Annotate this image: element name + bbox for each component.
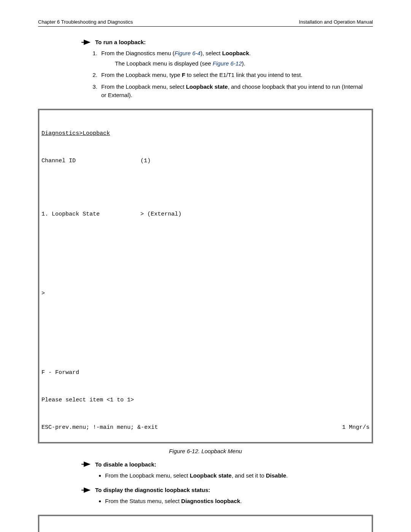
mngr-count: 1 Mngr/s — [342, 423, 370, 432]
prompt: > — [41, 289, 370, 298]
terminal-row: Channel ID(1) — [41, 157, 370, 166]
procedure-display-status-title: To display the diagnostic loopback statu… — [84, 487, 369, 493]
txt: From the Diagnostics menu ( — [101, 50, 175, 56]
arrow-icon — [84, 462, 91, 467]
txt: . — [240, 498, 242, 504]
terminal-title: Diagnostics>Loopback — [41, 129, 370, 138]
txt: to select the E1/T1 link that you intend… — [185, 72, 303, 78]
channel-id-label: Channel ID — [41, 157, 140, 166]
txt: ). — [242, 60, 245, 67]
procedure-run-loopback-title: To run a loopback: — [84, 39, 369, 45]
txt: From the Loopback menu, type — [101, 72, 182, 78]
f-key-bold: F — [182, 72, 185, 78]
loopback-bold: Loopback — [222, 50, 249, 56]
diagnostics-loopback-bold: Diagnostics loopback — [181, 498, 240, 504]
header-right: Installation and Operation Manual — [299, 19, 373, 25]
proc1-step2: From the Loopback menu, type F to select… — [99, 71, 369, 80]
proc1-title-text: To run a loopback: — [95, 39, 146, 45]
terminal-loopback-menu: Diagnostics>Loopback Channel ID(1) 1. Lo… — [38, 109, 373, 443]
txt: The Loopback menu is displayed (see — [115, 60, 213, 67]
terminal-diagnostic-screen: Monitoring>Status>Diagnostics loopback C… — [38, 515, 373, 532]
proc3-title-text: To display the diagnostic loopback statu… — [95, 487, 210, 493]
loopback-state-bold: Loopback state — [186, 83, 228, 90]
page-header: Chapter 6 Troubleshooting and Diagnostic… — [38, 19, 373, 27]
procedures-section-2: To disable a loopback: From the Loopback… — [84, 461, 369, 506]
figure-ref-link[interactable]: Figure 6-4 — [175, 50, 201, 56]
terminal-title-text: Diagnostics>Loopback — [41, 130, 110, 137]
txt: , and set it to — [232, 472, 266, 479]
procedure-disable-loopback-title: To disable a loopback: — [84, 461, 369, 468]
txt: . — [286, 472, 288, 479]
proc1-steps: From the Diagnostics menu (Figure 6-4), … — [99, 49, 369, 100]
figure-6-12-caption: Figure 6-12. Loopback Menu — [38, 448, 373, 454]
terminal-footer-row: ESC-prev.menu; !-main menu; &-exit1 Mngr… — [41, 423, 370, 432]
proc1-step1-sub: The Loopback menu is displayed (see Figu… — [115, 59, 369, 68]
esc-hint: ESC-prev.menu; !-main menu; &-exit — [41, 423, 158, 432]
proc3-steps: From the Status menu, select Diagnostics… — [105, 497, 369, 506]
loopback-state-bold: Loopback state — [190, 472, 232, 479]
proc2-step1: From the Loopback menu, select Loopback … — [105, 471, 369, 480]
terminal-row: 1. Loopback State> (External) — [41, 210, 370, 219]
txt: From the Status menu, select — [105, 498, 181, 504]
select-hint: Please select item <1 to 1> — [41, 396, 370, 405]
txt: From the Loopback menu, select — [101, 83, 186, 90]
header-left: Chapter 6 Troubleshooting and Diagnostic… — [38, 19, 133, 25]
txt: ), select — [201, 50, 222, 56]
txt: From the Loopback menu, select — [105, 472, 190, 479]
loopback-state-value: > (External) — [140, 211, 182, 217]
arrow-icon — [84, 487, 91, 493]
forward-hint: F - Forward — [41, 368, 370, 377]
arrow-icon — [84, 40, 91, 45]
loopback-state-label: 1. Loopback State — [41, 210, 140, 219]
proc3-step1: From the Status menu, select Diagnostics… — [105, 497, 369, 506]
proc1-step3: From the Loopback menu, select Loopback … — [99, 83, 369, 100]
proc1-step1: From the Diagnostics menu (Figure 6-4), … — [99, 49, 369, 68]
disable-bold: Disable — [266, 472, 286, 479]
proc2-title-text: To disable a loopback: — [95, 461, 156, 468]
txt: . — [249, 50, 250, 56]
procedures-section: To run a loopback: From the Diagnostics … — [84, 39, 369, 100]
channel-id-value: (1) — [140, 158, 151, 164]
proc2-steps: From the Loopback menu, select Loopback … — [105, 471, 369, 480]
figure-ref-link[interactable]: Figure 6-12 — [213, 60, 242, 67]
